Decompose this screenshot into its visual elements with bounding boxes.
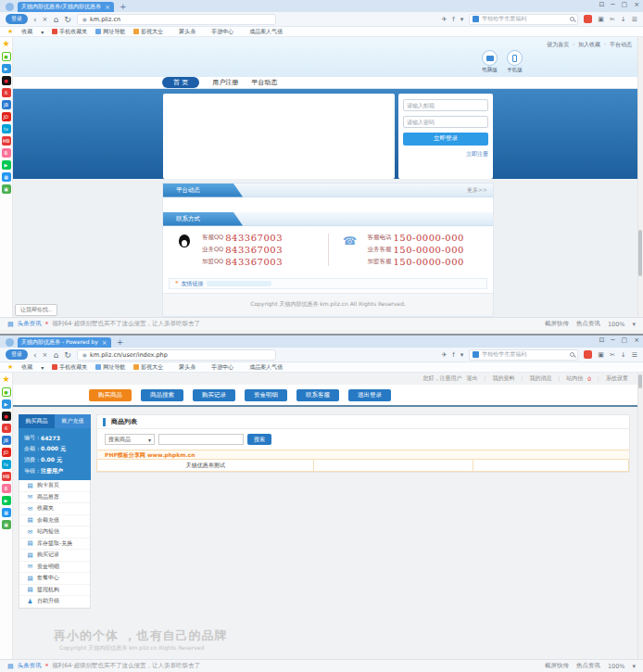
news-ticker[interactable]: 福利64·超级别墅也买不了这么便宜，让人羡慕吃饭去了	[52, 320, 200, 328]
stop-icon[interactable]: ×	[43, 350, 48, 360]
browser-search-box[interactable]: 学校给学生发福利	[469, 14, 578, 25]
news-feed-label[interactable]: 头条资讯	[18, 662, 42, 670]
menu-item[interactable]: ▤购买记录	[19, 550, 90, 562]
mobile-version[interactable]: 手机版	[507, 50, 523, 73]
status-menu-icon[interactable]: ▾	[632, 321, 636, 328]
favorites-star-icon[interactable]: ★	[7, 28, 13, 35]
favorites-app-icon[interactable]: ★	[2, 375, 11, 385]
extension-icon[interactable]	[584, 15, 592, 23]
calendar-app-icon[interactable]: ▦	[2, 172, 11, 182]
favorites-label[interactable]: 收藏	[21, 28, 32, 36]
app-icon-jd[interactable]: JD	[2, 448, 11, 457]
menu-item[interactable]: ✉商品推荐	[19, 492, 90, 504]
bookmark-item[interactable]: 网址导航	[95, 28, 125, 36]
product-row[interactable]: 天猫优惠券测试	[97, 460, 629, 472]
profile-button[interactable]: 登录	[6, 14, 28, 24]
browser-tab[interactable]: 天猫内部优惠券 - Powered by ×	[18, 337, 111, 348]
contact-support-button[interactable]: 联系客服	[296, 389, 339, 401]
favorites-app-icon[interactable]: ★	[2, 40, 11, 49]
scrollbar-thumb[interactable]	[638, 374, 642, 388]
multi-window-icon[interactable]: ▣	[598, 350, 604, 360]
app-icon-jb[interactable]: JB	[2, 100, 11, 109]
minimize-icon[interactable]: ─	[611, 1, 614, 8]
zoom-level[interactable]: 100%	[608, 663, 625, 670]
logout-button[interactable]: 退出登录	[348, 389, 391, 401]
home-icon[interactable]: ⌂	[53, 350, 58, 360]
history-app-icon[interactable]: ●	[2, 52, 11, 61]
play-app-icon[interactable]: ▶	[2, 160, 11, 170]
back-icon[interactable]: ‹	[33, 350, 37, 360]
address-bar[interactable]: ◉ km.pliz.cn	[77, 14, 276, 25]
fund-details-button[interactable]: 资金明细	[245, 389, 287, 401]
close-icon[interactable]: ×	[634, 336, 639, 344]
app-icon-6[interactable]: 6	[2, 88, 11, 97]
password-field[interactable]	[403, 116, 488, 128]
finder-widget[interactable]: 让我帮你找..	[15, 304, 57, 316]
email-field[interactable]	[403, 99, 488, 111]
address-bar[interactable]: ◉ km.pliz.cn/user/index.php	[77, 349, 276, 361]
stop-icon[interactable]: ×	[43, 15, 48, 24]
bookmark-item[interactable]: 成品案人气值	[242, 363, 283, 372]
video-app-icon[interactable]: ▶	[2, 64, 11, 73]
calendar-app-icon[interactable]: ▦	[2, 508, 11, 517]
menu-item[interactable]: ▤库存提取-兑换	[19, 539, 90, 551]
maximize-icon[interactable]: ▢	[622, 336, 628, 344]
friend-links-label[interactable]: 友情链接	[182, 280, 204, 288]
maximize-icon[interactable]: ▢	[622, 1, 628, 8]
boss-key-icon[interactable]: ⊡	[599, 1, 604, 8]
goods-search-button[interactable]: 商品搜索	[141, 389, 183, 401]
app-icon-mb[interactable]: MB	[2, 472, 11, 481]
tab-close-icon[interactable]: ×	[102, 339, 107, 347]
grid-app-icon[interactable]: ▣	[2, 520, 11, 529]
media-app-icon[interactable]: ●	[2, 412, 11, 421]
qq-number[interactable]: 843367003	[225, 233, 283, 243]
favorites-chevron-icon[interactable]: ▾	[41, 29, 44, 35]
app-icon-tv[interactable]: tv	[2, 124, 11, 133]
screenshot-tool-label[interactable]: 截屏快传	[545, 320, 569, 328]
my-profile-link[interactable]: 我的资料	[493, 374, 515, 383]
hotspot-feed-label[interactable]: 热点资讯	[576, 320, 600, 328]
news-feed-icon[interactable]: ▤	[7, 321, 14, 328]
grid-app-icon[interactable]: ▣	[2, 184, 11, 194]
favorites-label[interactable]: 收藏	[21, 363, 32, 372]
home-icon[interactable]: ⌂	[53, 15, 58, 24]
zoom-level[interactable]: 100%	[608, 321, 625, 328]
send-to-phone-icon[interactable]: ✈	[441, 15, 447, 24]
qq-number[interactable]: 843367003	[225, 257, 283, 267]
settings-link[interactable]: 系统设置	[606, 374, 628, 383]
purchase-records-button[interactable]: 购买记录	[193, 389, 235, 401]
add-favorite-link[interactable]: 加入收藏	[578, 41, 600, 49]
new-tab-button[interactable]: +	[120, 2, 127, 12]
status-menu-icon[interactable]: ▾	[632, 663, 636, 670]
search-icon[interactable]	[570, 352, 574, 357]
profile-button[interactable]: 登录	[6, 349, 28, 360]
bookmark-item[interactable]: 手机收藏夹	[52, 363, 87, 372]
platform-news-link[interactable]: 平台动态	[610, 41, 632, 49]
browser-search-box[interactable]: 学校给学生发福利	[469, 349, 578, 361]
app-icon-tv[interactable]: tv	[2, 460, 11, 469]
sidebar-tab-recharge[interactable]: 账户充值	[55, 414, 91, 428]
media-app-icon[interactable]: ●	[2, 76, 11, 85]
hotspot-feed-label[interactable]: 热点资讯	[576, 662, 600, 670]
menu-item[interactable]: ▤购卡首页	[19, 480, 90, 492]
favorites-chevron-icon[interactable]: ▾	[41, 364, 44, 371]
menu-item[interactable]: ✉收藏夹	[19, 503, 90, 515]
bookmark-item[interactable]: 聚头条	[171, 28, 195, 36]
news-feed-icon[interactable]: ▤	[7, 663, 14, 670]
flag-icon[interactable]: f	[452, 350, 454, 360]
page-scrollbar[interactable]	[637, 373, 643, 659]
search-icon[interactable]	[570, 17, 574, 21]
goods-search-submit[interactable]: 搜索	[247, 434, 271, 445]
bookmark-item[interactable]: 手游中心	[204, 28, 233, 36]
set-homepage-link[interactable]: 设为首页	[547, 41, 569, 49]
browser-tab[interactable]: 天猫内部优惠券/天猫内部优惠券 ×	[18, 2, 114, 12]
product-name[interactable]: 天猫优惠券测试	[96, 459, 314, 472]
minimize-icon[interactable]: ─	[611, 336, 614, 344]
multi-window-icon[interactable]: ▣	[598, 15, 604, 24]
screenshot-tool-label[interactable]: 截屏快传	[545, 662, 569, 670]
download-icon[interactable]: ↓	[621, 350, 626, 360]
download-icon[interactable]: ↓	[621, 15, 626, 24]
bookmark-item[interactable]: 手机收藏夹	[52, 28, 87, 36]
flag-icon[interactable]: f	[452, 15, 454, 24]
scrollbar-thumb[interactable]	[638, 230, 642, 276]
